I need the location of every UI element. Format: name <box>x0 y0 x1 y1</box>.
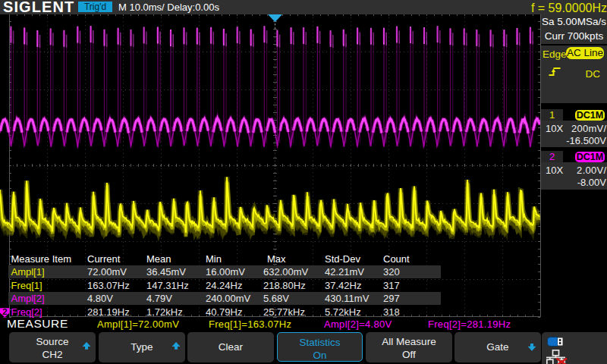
svg-text:2: 2 <box>2 307 7 316</box>
